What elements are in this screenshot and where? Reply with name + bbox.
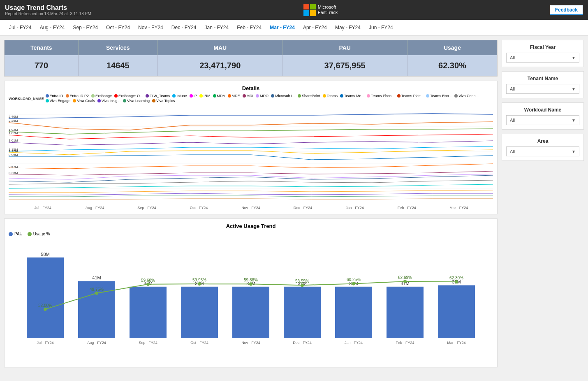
usage-pct-dot: [44, 308, 47, 311]
legend-item: Viva Engage: [46, 99, 71, 103]
bar-x-label: Feb - FY24: [396, 341, 414, 345]
month-nav-item[interactable]: Sep - FY24: [69, 23, 102, 32]
main-content: TenantsServicesMAUPAUUsage 7701464523,47…: [0, 36, 588, 372]
filter-value: All: [510, 118, 515, 123]
usage-pct-label: 62.69%: [398, 275, 412, 280]
month-nav-item[interactable]: Jan - FY24: [200, 23, 233, 32]
filter-select[interactable]: All ▼: [506, 84, 579, 94]
svg-text:1.82M: 1.82M: [9, 131, 18, 135]
legend-item: Teams Phon...: [367, 94, 395, 98]
legend-item: IRM: [199, 94, 211, 98]
bar-legend-item: PAU: [9, 232, 23, 236]
usage-pct-label: 60.25%: [347, 277, 361, 282]
month-nav-item[interactable]: Aug - FY24: [36, 23, 69, 32]
right-filter-panel: Fiscal Year All ▼ Tenant Name All ▼ Work…: [502, 40, 584, 367]
legend-item: FLW_Teams: [146, 94, 170, 98]
bar: [284, 287, 321, 338]
summary-header: MAU: [157, 40, 282, 55]
filter-select[interactable]: All ▼: [506, 115, 579, 125]
month-nav-item[interactable]: Apr - FY24: [299, 23, 331, 32]
bar-chart-area: 58M32.00%Jul - FY2441M49.75%Aug - FY2437…: [9, 239, 493, 363]
header-left: Usage Trend Charts Report Refreshed on 1…: [5, 4, 91, 16]
svg-text:2.40M: 2.40M: [9, 115, 18, 118]
legend-item: MDO: [256, 94, 269, 98]
filter-card: Workload Name All ▼: [502, 102, 584, 130]
summary-header: PAU: [282, 40, 407, 55]
month-navigation: Jul - FY24Aug - FY24Sep - FY24Oct - FY24…: [0, 20, 588, 36]
legend-item: Intune: [172, 94, 187, 98]
month-nav-item[interactable]: Jul - FY24: [5, 23, 36, 32]
microsoft-logo: Microsoft FastTrack: [303, 3, 338, 16]
x-axis-label: Sep - FY24: [121, 206, 173, 210]
summary-table: TenantsServicesMAUPAUUsage 7701464523,47…: [4, 40, 498, 77]
filter-card: Tenant Name All ▼: [502, 71, 584, 98]
usage-pct-label: 62.30%: [449, 276, 463, 280]
svg-text:0.95M: 0.95M: [9, 153, 18, 157]
legend-item: Teams: [323, 94, 338, 98]
details-chart-title: Details: [9, 85, 493, 91]
active-usage-title: Active Usage Trend: [9, 223, 493, 229]
usage-pct-label: 32.00%: [38, 303, 52, 308]
filter-value: All: [510, 149, 515, 154]
svg-text:0.36M: 0.36M: [9, 171, 18, 175]
feedback-button[interactable]: Feedback: [550, 5, 583, 15]
legend-item: Teams Roo...: [426, 94, 452, 98]
bar-chart-legend: PAUUsage %: [9, 232, 493, 236]
bar-x-label: Jul - FY24: [37, 341, 53, 345]
chevron-down-icon: ▼: [572, 87, 576, 91]
month-nav-item[interactable]: Feb - FY24: [233, 23, 266, 32]
details-chart-container: Details WORKLOAD_NAME Entra IDEntra ID P…: [4, 81, 498, 214]
svg-rect-3: [310, 10, 316, 16]
usage-pct-dot: [95, 292, 98, 295]
legend-item: Viva Learning: [123, 99, 150, 103]
filter-title: Area: [506, 138, 579, 144]
month-nav-item[interactable]: Oct - FY24: [102, 23, 134, 32]
bar: [27, 258, 64, 338]
x-axis-label: Jan - FY24: [329, 206, 381, 210]
x-axis-label: Feb - FY24: [381, 206, 433, 210]
month-nav-item[interactable]: Nov - FY24: [134, 23, 167, 32]
legend-item: Viva Insig...: [97, 99, 120, 103]
month-nav-item[interactable]: Mar - FY24: [266, 23, 299, 32]
usage-pct-label: 58.55%: [295, 279, 309, 283]
month-nav-item[interactable]: Dec - FY24: [167, 23, 201, 32]
filter-value: All: [510, 86, 515, 91]
details-svg: 2.40M 2.29M 1.92M 1.82M 1.61M 1.15M 1.12…: [9, 106, 493, 205]
svg-text:1.12M: 1.12M: [9, 149, 18, 153]
summary-header: Services: [78, 40, 157, 55]
legend-item: Exchange: [91, 94, 112, 98]
bar: [335, 287, 372, 338]
filter-title: Workload Name: [506, 107, 579, 113]
bar-x-label: Jan - FY24: [345, 341, 363, 345]
usage-pct-dot: [146, 283, 150, 286]
active-usage-chart-container: Active Usage Trend PAUUsage % 58M32.00%J…: [4, 218, 498, 367]
x-axis-label: Dec - FY24: [277, 206, 329, 210]
svg-text:0.57M: 0.57M: [9, 165, 18, 169]
legend-item: Viva Goals: [73, 99, 95, 103]
month-nav-item[interactable]: Jun - FY24: [365, 23, 397, 32]
filter-select[interactable]: All ▼: [506, 53, 579, 63]
bar-value-label: 58M: [41, 252, 49, 257]
svg-text:2.29M: 2.29M: [9, 119, 18, 123]
legend-item: IP: [190, 94, 197, 98]
filter-title: Tenant Name: [506, 76, 579, 81]
bar: [232, 287, 269, 338]
bar: [130, 287, 167, 338]
bar-value-label: 41M: [92, 275, 101, 280]
summary-value: 14645: [78, 55, 157, 76]
usage-pct-dot: [352, 282, 355, 285]
details-x-axis: Jul - FY24Aug - FY24Sep - FY24Oct - FY24…: [9, 206, 493, 210]
bar-x-label: Aug - FY24: [87, 341, 106, 345]
legend-item: MDI: [243, 94, 254, 98]
summary-value: 770: [5, 55, 78, 76]
bar: [387, 287, 424, 338]
legend-item: Entra ID: [46, 94, 63, 98]
x-axis-label: Nov - FY24: [225, 206, 277, 210]
bar-x-label: Nov - FY24: [241, 341, 260, 345]
usage-pct-label: 59.95%: [192, 278, 206, 282]
legend-item: Teams Me...: [340, 94, 364, 98]
filter-select[interactable]: All ▼: [506, 146, 579, 156]
month-nav-item[interactable]: May - FY24: [331, 23, 365, 32]
usage-pct-label: 49.75%: [90, 287, 104, 292]
x-axis-label: Oct - FY24: [173, 206, 225, 210]
